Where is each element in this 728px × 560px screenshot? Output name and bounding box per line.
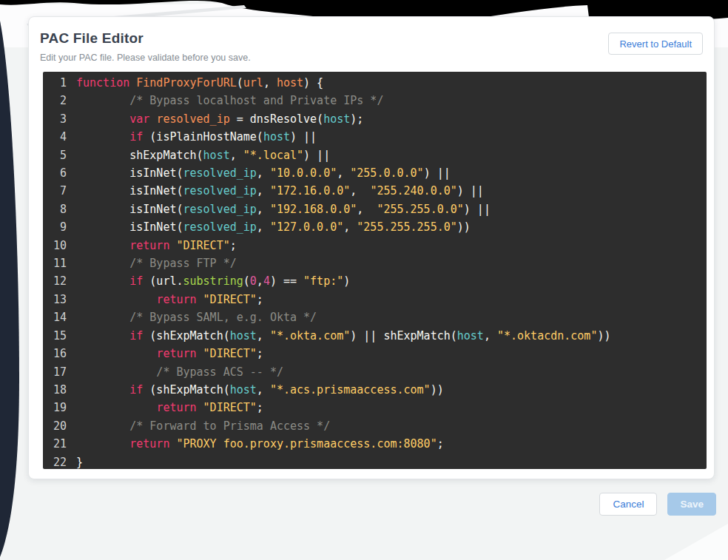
code-line-text: if (url.substring(0,4) == "ftp:") (76, 272, 350, 290)
line-number: 13 (43, 291, 67, 308)
line-number: 6 (43, 164, 67, 182)
code-line[interactable]: 6 isInNet(resolved_ip, "10.0.0.0", "255.… (43, 164, 707, 182)
code-line-text: /* Bypass FTP */ (76, 254, 237, 272)
pac-file-editor-screen: PAC File Editor Edit your PAC file. Plea… (0, 0, 728, 560)
cancel-button[interactable]: Cancel (599, 493, 657, 516)
revert-to-default-button[interactable]: Revert to Default (608, 33, 703, 55)
code-line-text: return "DIRECT"; (76, 399, 263, 416)
code-line-text: return "PROXY foo.proxy.prismaaccess.com… (76, 435, 444, 453)
code-line[interactable]: 19 return "DIRECT"; (43, 399, 707, 416)
page-subtitle: Edit your PAC file. Please validate befo… (40, 53, 251, 63)
code-lines: 1function FindProxyForURL(url, host) {2 … (43, 74, 707, 469)
code-line[interactable]: 1function FindProxyForURL(url, host) { (43, 74, 707, 92)
code-line-text: isInNet(resolved_ip, "127.0.0.0", "255.2… (76, 218, 471, 236)
code-line-text: shExpMatch(host, "*.local") || (76, 146, 330, 164)
left-navy-crescent (0, 21, 19, 557)
code-line[interactable]: 13 return "DIRECT"; (43, 291, 707, 308)
code-line[interactable]: 14 /* Bypass SAML, e.g. Okta */ (43, 308, 707, 326)
line-number: 10 (43, 237, 67, 254)
line-number: 7 (43, 182, 67, 200)
code-line-text: if (shExpMatch(host, "*.acs.prismaaccess… (76, 381, 444, 399)
code-line-text: function FindProxyForURL(url, host) { (76, 74, 323, 92)
code-line[interactable]: 20 /* Forward to Prisma Access */ (43, 417, 707, 435)
code-line[interactable]: 5 shExpMatch(host, "*.local") || (43, 146, 707, 164)
code-line[interactable]: 21 return "PROXY foo.proxy.prismaaccess.… (43, 435, 707, 453)
code-line[interactable]: 11 /* Bypass FTP */ (43, 254, 707, 272)
code-line-text: /* Bypass SAML, e.g. Okta */ (76, 308, 317, 326)
code-line-text: return "DIRECT"; (76, 345, 263, 362)
code-line[interactable]: 7 isInNet(resolved_ip, "172.16.0.0", "25… (43, 182, 707, 200)
code-line-text: } (76, 453, 83, 469)
line-number: 19 (43, 399, 67, 416)
code-line[interactable]: 8 isInNet(resolved_ip, "192.168.0.0", "2… (43, 200, 707, 218)
footer-actions: Cancel Save (599, 493, 716, 516)
code-line-text: isInNet(resolved_ip, "172.16.0.0", "255.… (76, 182, 484, 200)
code-line[interactable]: 17 /* Bypass ACS -- */ (43, 363, 707, 381)
line-number: 20 (43, 417, 67, 435)
code-line-text: var resolved_ip = dnsResolve(host); (76, 110, 363, 128)
line-number: 22 (43, 453, 67, 469)
line-number: 12 (43, 272, 67, 290)
code-line[interactable]: 2 /* Bypass localhost and Private IPs */ (43, 92, 707, 109)
line-number: 15 (43, 327, 67, 345)
code-line-text: if (shExpMatch(host, "*.okta.com") || sh… (76, 327, 611, 345)
code-line-text: isInNet(resolved_ip, "10.0.0.0", "255.0.… (76, 164, 451, 182)
code-line[interactable]: 9 isInNet(resolved_ip, "127.0.0.0", "255… (43, 218, 707, 236)
pac-editor-card: PAC File Editor Edit your PAC file. Plea… (28, 16, 715, 479)
line-number: 4 (43, 128, 67, 146)
code-line-text: /* Bypass localhost and Private IPs */ (76, 92, 383, 109)
line-number: 17 (43, 363, 67, 381)
line-number: 3 (43, 110, 67, 128)
line-number: 11 (43, 254, 67, 272)
line-number: 2 (43, 92, 67, 109)
code-line[interactable]: 18 if (shExpMatch(host, "*.acs.prismaacc… (43, 381, 707, 399)
code-line[interactable]: 15 if (shExpMatch(host, "*.okta.com") ||… (43, 327, 707, 345)
code-line-text: return "DIRECT"; (76, 237, 237, 254)
line-number: 18 (43, 381, 67, 399)
line-number: 9 (43, 218, 67, 236)
code-line[interactable]: 16 return "DIRECT"; (43, 345, 707, 362)
line-number: 1 (43, 74, 67, 92)
code-line-text: return "DIRECT"; (76, 291, 263, 308)
bottom-right-sheet-corner (664, 524, 728, 560)
code-line[interactable]: 3 var resolved_ip = dnsResolve(host); (43, 110, 707, 128)
code-line-text: if (isPlainHostName(host) || (76, 128, 317, 146)
line-number: 8 (43, 200, 67, 218)
save-button[interactable]: Save (667, 493, 716, 516)
code-line[interactable]: 22} (43, 453, 707, 469)
line-number: 14 (43, 308, 67, 326)
code-line-text: /* Forward to Prisma Access */ (76, 417, 330, 435)
code-line[interactable]: 10 return "DIRECT"; (43, 237, 707, 254)
line-number: 5 (43, 146, 67, 164)
code-line-text: /* Bypass ACS -- */ (76, 363, 283, 381)
code-editor[interactable]: 1function FindProxyForURL(url, host) {2 … (43, 72, 707, 469)
page-title: PAC File Editor (40, 30, 144, 47)
code-line-text: isInNet(resolved_ip, "192.168.0.0", "255… (76, 200, 491, 218)
code-line[interactable]: 4 if (isPlainHostName(host) || (43, 128, 707, 146)
line-number: 21 (43, 435, 67, 453)
line-number: 16 (43, 345, 67, 362)
code-line[interactable]: 12 if (url.substring(0,4) == "ftp:") (43, 272, 707, 290)
